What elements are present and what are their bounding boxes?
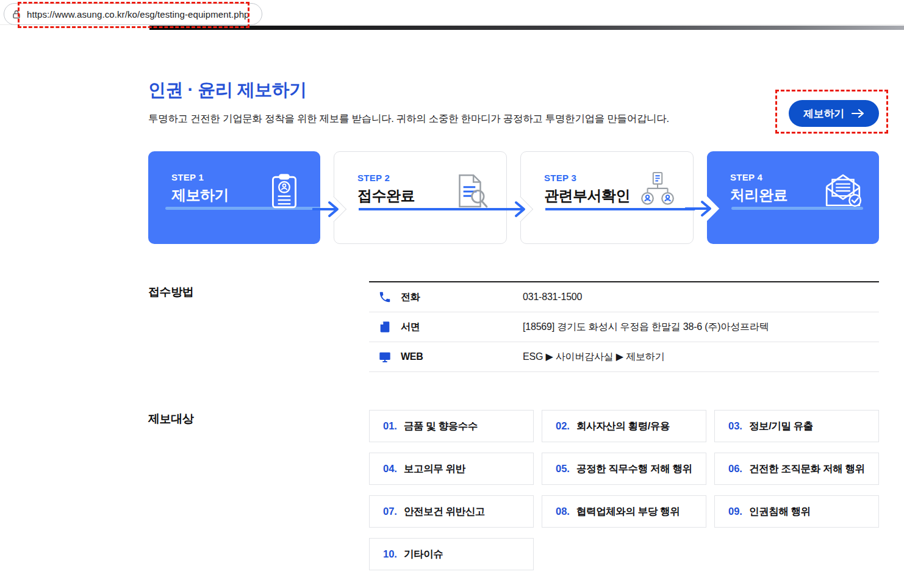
target-label: 회사자산의 횡령/유용 (576, 420, 670, 433)
target-label: 협력업체와의 부당 행위 (576, 505, 680, 518)
target-number: 01. (383, 420, 397, 432)
contact-row-web: WEB ESG ▶ 사이버감사실 ▶ 제보하기 (369, 342, 879, 372)
step-card-2: STEP 2 접수완료 (334, 151, 507, 244)
step-card-3: STEP 3 관련부서확인 (520, 151, 694, 244)
target-label: 보고의무 위반 (404, 462, 465, 476)
contact-row-phone: 전화 031-831-1500 (369, 282, 879, 312)
phone-icon (378, 290, 392, 304)
document-search-icon (450, 171, 490, 212)
target-number: 05. (556, 463, 570, 475)
contact-table: 전화 031-831-1500 서면 [18569] 경기도 화성시 우정읍 한… (369, 281, 879, 372)
contact-value: [18569] 경기도 화성시 우정읍 한말길 38-6 (주)아성프라텍 (523, 321, 769, 334)
target-label: 안전보건 위반신고 (404, 505, 485, 518)
target-number: 04. (383, 463, 397, 475)
url-text: https://www.asung.co.kr/ko/esg/testing-e… (27, 9, 249, 20)
target-number: 10. (383, 548, 397, 560)
step-title: 접수완료 (357, 186, 415, 206)
target-card-05: 05.공정한 직무수행 저해 행위 (542, 453, 706, 485)
step-progress-line (359, 208, 520, 210)
target-card-10: 10.기타이슈 (369, 538, 534, 570)
step-card-4: STEP 4 처리완료 (707, 151, 879, 244)
target-number: 07. (383, 506, 397, 517)
step-label: STEP 4 (730, 172, 762, 182)
step-card-1: STEP 1 제보하기 (148, 151, 320, 244)
mail-check-icon (823, 171, 863, 211)
contact-value: 031-831-1500 (523, 292, 582, 303)
report-button-label: 제보하기 (803, 107, 844, 121)
target-card-08: 08.협력업체와의 부당 행위 (542, 495, 706, 528)
target-label: 공정한 직무수행 저해 행위 (576, 462, 692, 476)
step-label: STEP 2 (357, 173, 390, 183)
contact-section-heading: 접수방법 (148, 284, 193, 300)
target-card-03: 03.정보/기밀 유출 (714, 410, 879, 442)
target-card-02: 02.회사자산의 횡령/유용 (542, 410, 706, 442)
targets-section-heading: 제보대상 (148, 411, 193, 427)
contact-label: 서면 (401, 321, 523, 334)
lock-icon (12, 9, 21, 20)
page-top-banner-edge (149, 26, 904, 30)
target-card-07: 07.안전보건 위반신고 (369, 495, 534, 528)
step-title: 처리완료 (730, 185, 787, 205)
target-card-06: 06.건전한 조직문화 저해 행위 (714, 453, 879, 485)
target-label: 기타이슈 (404, 548, 443, 561)
contact-label: 전화 (401, 291, 523, 304)
target-number: 03. (728, 420, 742, 432)
arrow-right-icon (499, 201, 528, 218)
page-title: 인권 · 윤리 제보하기 (148, 78, 307, 102)
monitor-icon (378, 350, 392, 364)
arrow-right-icon (852, 109, 864, 118)
arrow-right-icon (312, 201, 342, 218)
step-label: STEP 3 (544, 173, 576, 183)
url-bar[interactable]: https://www.asung.co.kr/ko/esg/testing-e… (4, 3, 262, 25)
process-steps: STEP 1 제보하기 STEP 2 접수완료 (148, 151, 879, 244)
step-progress-line (545, 208, 706, 210)
target-number: 02. (556, 420, 570, 432)
target-card-01: 01.금품 및 향응수수 (369, 410, 534, 442)
report-button[interactable]: 제보하기 (789, 100, 879, 127)
target-label: 금품 및 향응수수 (404, 420, 478, 433)
step-label: STEP 1 (171, 172, 204, 182)
target-number: 06. (728, 463, 742, 475)
contact-value: ESG ▶ 사이버감사실 ▶ 제보하기 (523, 351, 664, 364)
target-label: 정보/기밀 유출 (749, 420, 813, 433)
target-label: 건전한 조직문화 저해 행위 (749, 462, 865, 476)
org-chart-icon (637, 171, 677, 212)
target-card-04: 04.보고의무 위반 (369, 453, 534, 485)
page-subtitle: 투명하고 건전한 기업문화 정착을 위한 제보를 받습니다. 귀하의 소중한 한… (148, 112, 669, 126)
step-title: 제보하기 (171, 185, 229, 205)
clipboard-person-icon (264, 171, 304, 211)
paper-icon (378, 320, 392, 334)
target-number: 08. (556, 506, 570, 517)
contact-row-mail: 서면 [18569] 경기도 화성시 우정읍 한말길 38-6 (주)아성프라텍 (369, 312, 879, 342)
target-card-09: 09.인권침해 행위 (714, 495, 879, 528)
target-label: 인권침해 행위 (749, 505, 811, 518)
arrow-right-icon (685, 200, 714, 217)
step-title: 관련부서확인 (544, 186, 630, 206)
target-number: 09. (728, 506, 742, 517)
contact-label: WEB (401, 351, 523, 362)
targets-grid: 01.금품 및 향응수수 02.회사자산의 횡령/유용 03.정보/기밀 유출 … (369, 410, 879, 570)
